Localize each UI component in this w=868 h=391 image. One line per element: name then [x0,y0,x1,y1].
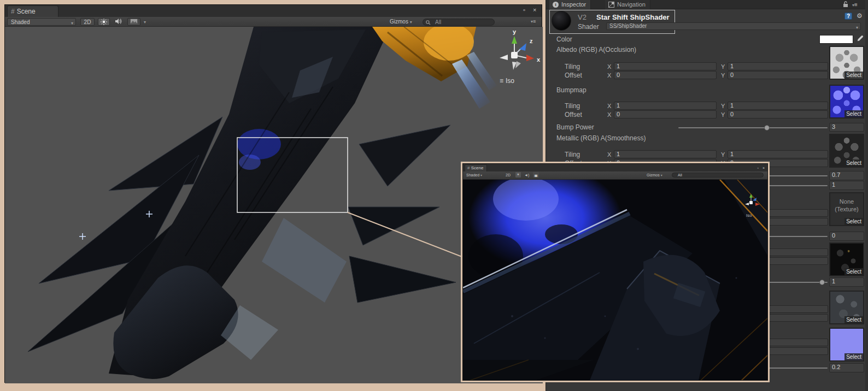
color-swatch[interactable] [819,35,853,44]
effects-toggle[interactable] [127,18,140,26]
sun-icon [101,19,107,25]
chevron-down-icon: ▾ [144,20,146,25]
maximize-icon[interactable]: ▫ [758,165,759,171]
gray-select-button[interactable]: Select [844,316,863,323]
search-icon [426,20,431,25]
metallic-tiling-y-field[interactable]: 1 [728,150,828,158]
tiling-label: Tiling [565,151,580,158]
none-select-button[interactable]: Select [844,218,863,225]
tab-navigation[interactable]: Navigation [605,0,650,9]
scene-search-input[interactable]: All [423,19,495,26]
albedo-tiling-y-field[interactable]: 1 [728,62,828,70]
navigation-icon [608,2,614,8]
slider4-field[interactable]: 1 [829,277,864,287]
help-icon[interactable]: ? [844,13,852,20]
bumpmap-select-button[interactable]: Select [844,110,863,117]
bumpmap-label: Bumpmap [556,86,587,94]
offset-label: Offset [565,72,582,79]
slider2-field[interactable]: 1 [829,181,864,190]
pane-menu-icon[interactable]: ▾≡ [531,19,536,25]
2d-toggle[interactable]: 2D [80,18,95,26]
material-preview-sphere[interactable] [552,11,571,31]
scene-tab-label: Scene [17,8,36,15]
eyedropper-icon[interactable] [856,35,864,43]
gear-icon[interactable]: ⚙ [857,13,863,20]
inset-tab-scene[interactable]: # Scene [465,164,487,172]
albedo-tiling-x-field[interactable]: 1 [614,62,717,70]
inset-scene-window: # Scene ▫ × Shaded ▾ 2D ✶ ◄) ▄ Gizmos ▾ … [461,162,770,382]
maximize-icon[interactable]: ▫ [523,7,525,13]
inset-gizmos-dropdown[interactable]: Gizmos ▾ [647,173,662,178]
metallic-texture-thumb[interactable]: Select [829,134,864,168]
inset-search-input[interactable]: All [672,173,764,177]
none-texture-slot[interactable]: None (Texture) Select [829,192,864,226]
slider3-field[interactable]: 0 [829,232,864,241]
scene-titlebar: #Scene ▫ × [5,5,542,17]
x-label: X [607,111,611,119]
inset-shaded-dropdown[interactable]: Shaded ▾ [466,173,482,178]
x-label: X [607,63,611,70]
bumpmap-texture-thumb[interactable]: Select [829,85,864,119]
shader-label: Shader [578,23,599,31]
inspector-tabbar: i Inspector Navigation ▾≡ [546,0,868,9]
grid-icon: # [467,165,470,170]
bump-power-field[interactable]: 3 [829,123,864,132]
peri-select-button[interactable]: Select [844,353,863,360]
tiling-label: Tiling [565,63,580,70]
metallic-tiling-x-field[interactable]: 1 [614,150,717,158]
bump-tiling-x-field[interactable]: 1 [614,102,717,110]
close-icon[interactable]: × [533,7,536,13]
inset-lighting-toggle[interactable]: ✶ [515,172,521,177]
metallic-select-button[interactable]: Select [844,159,863,167]
inspector-menu-icon[interactable]: ▾≡ [852,2,858,8]
lock-icon[interactable] [843,1,848,8]
slider1-field[interactable]: 0.7 [829,171,864,180]
material-version: V2 [578,13,587,21]
chevron-down-icon: ▾ [410,20,412,25]
inset-projection-label[interactable]: Iso [746,213,752,218]
albedo-offset-y-field[interactable]: 0 [728,71,828,79]
albedo-offset-x-field[interactable]: 0 [614,71,717,79]
audio-toggle[interactable] [112,18,124,26]
bump-power-slider[interactable] [678,127,828,128]
x-label: X [607,102,611,110]
y-label: Y [721,111,725,119]
x-label: X [607,72,611,79]
inspector-scroll-edge[interactable] [865,0,868,391]
effects-dropdown[interactable]: ▾ [142,18,148,26]
shader-dropdown[interactable]: SS/ShipShader ▾ [606,22,861,30]
x-label: X [607,151,611,158]
inset-effects-toggle[interactable]: ▄ [533,172,539,177]
dark-select-button[interactable]: Select [844,268,863,275]
scene-search-placeholder: All [435,19,441,25]
shaded-dropdown[interactable]: Shaded ▾ [7,18,76,26]
slider4-handle[interactable] [819,280,825,285]
axis-y-label: y [513,28,517,35]
tab-inspector[interactable]: i Inspector [549,0,591,9]
lighting-toggle[interactable] [98,18,110,26]
speaker-icon [115,18,122,25]
projection-toggle[interactable]: ≡Iso [500,77,514,85]
inset-titlebar: # Scene ▫ × [463,164,767,171]
image-icon [130,19,138,24]
bump-offset-y-field[interactable]: 0 [728,110,828,119]
gizmos-dropdown[interactable]: Gizmos ▾ [390,18,418,26]
inset-2d-toggle[interactable]: 2D [506,173,511,178]
close-icon[interactable]: × [763,165,765,171]
tab-scene[interactable]: #Scene [7,5,58,17]
inset-viewport[interactable]: Iso [463,180,767,380]
occlusion-texture-thumb[interactable]: Select [829,242,864,276]
albedo-texture-thumb[interactable]: Select [829,46,864,80]
detail-normal-thumb[interactable]: Select [829,328,864,362]
bump-offset-x-field[interactable]: 0 [614,110,717,119]
y-label: Y [721,102,725,110]
bump-tiling-y-field[interactable]: 1 [728,102,828,110]
albedo-select-button[interactable]: Select [844,72,863,79]
axis-x-label: x [537,56,541,63]
bump-power-slider-handle[interactable] [764,125,770,131]
y-label: Y [721,72,725,79]
inset-audio-toggle[interactable]: ◄) [524,173,529,178]
tiling-label: Tiling [565,102,580,110]
slider5-field[interactable]: 0.2 [829,363,864,372]
detail-texture-thumb[interactable]: Select [829,291,864,324]
